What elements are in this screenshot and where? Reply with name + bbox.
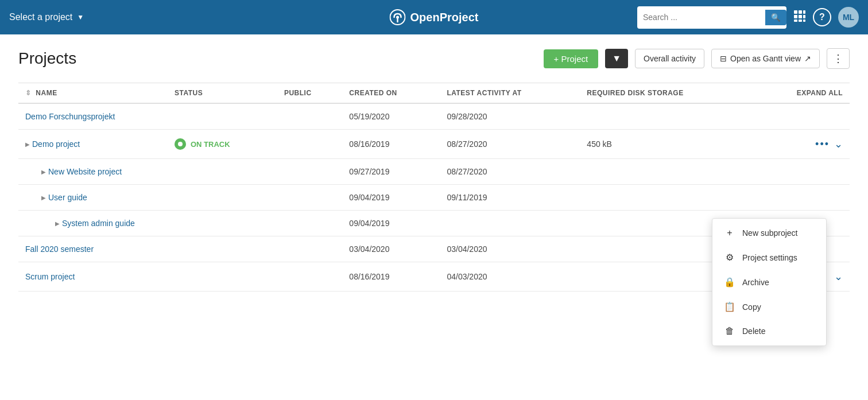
project-public-cell — [277, 185, 342, 211]
select-project-dropdown[interactable]: Select a project ▼ — [9, 12, 84, 22]
row-actions: •••⌄ — [762, 138, 843, 150]
project-created-on-cell: 09/04/2019 — [342, 211, 440, 236]
project-created-on-cell: 08/16/2019 — [342, 130, 440, 159]
col-expand-all[interactable]: EXPAND ALL — [755, 83, 850, 104]
project-name-cell: Scrum project — [18, 262, 168, 292]
project-public-cell — [277, 236, 342, 262]
svg-rect-9 — [799, 20, 802, 22]
external-link-icon: ↗ — [804, 54, 811, 63]
project-name-cell: ▶User guide — [18, 185, 168, 211]
expand-arrow-icon[interactable]: ▶ — [41, 195, 46, 201]
svg-rect-8 — [794, 20, 797, 22]
project-created-on-cell: 08/16/2019 — [342, 262, 440, 292]
project-name-link[interactable]: Scrum project — [25, 272, 75, 281]
user-initials: ML — [843, 13, 854, 22]
row-chevron-down-button[interactable]: ⌄ — [834, 138, 843, 150]
project-latest-activity-cell: 09/28/2020 — [440, 103, 580, 130]
project-settings-icon: ⚙ — [724, 252, 735, 263]
project-latest-activity-cell — [440, 211, 580, 236]
name-cell-container: ▶User guide — [41, 193, 161, 202]
project-actions-cell — [755, 185, 850, 211]
project-disk-storage-cell: 450 kB — [580, 130, 754, 159]
help-icon: ? — [819, 12, 825, 22]
svg-rect-3 — [799, 10, 802, 14]
project-created-on-cell: 05/19/2020 — [342, 103, 440, 130]
project-latest-activity-cell: 08/27/2020 — [440, 159, 580, 185]
svg-rect-7 — [803, 15, 805, 18]
table-row: ▶User guide09/04/201909/11/2019 — [18, 185, 850, 211]
context-menu-item-project-settings[interactable]: ⚙ Project settings — [712, 245, 826, 270]
openproject-logo-icon — [390, 9, 406, 25]
project-public-cell — [277, 103, 342, 130]
context-menu-label-archive: Archive — [742, 278, 769, 287]
page-title: Projects — [18, 49, 537, 68]
project-status-cell — [168, 185, 277, 211]
col-public[interactable]: PUBLIC — [277, 83, 342, 104]
search-box: 🔍 — [637, 6, 786, 29]
col-latest-activity[interactable]: LATEST ACTIVITY AT — [440, 83, 580, 104]
project-status-cell — [168, 159, 277, 185]
project-actions-cell — [755, 103, 850, 130]
col-status[interactable]: STATUS — [168, 83, 277, 104]
gantt-icon: ⊟ — [720, 54, 727, 63]
project-name-link[interactable]: Fall 2020 semester — [25, 244, 94, 254]
context-menu-item-delete[interactable]: 🗑 Delete — [712, 319, 826, 343]
projects-header: Projects + Project ▼ Overall activity ⊟ … — [18, 48, 850, 69]
context-menu: + New subproject ⚙ Project settings 🔒 Ar… — [712, 218, 827, 346]
col-disk-storage[interactable]: REQUIRED DISK STORAGE — [580, 83, 754, 104]
overall-activity-label: Overall activity — [644, 54, 696, 63]
project-status-cell: ON TRACK — [168, 130, 277, 159]
row-context-menu-button[interactable]: ••• — [815, 138, 830, 150]
context-menu-item-archive[interactable]: 🔒 Archive — [712, 270, 826, 294]
project-name-link[interactable]: Demo Forschungsprojekt — [25, 112, 115, 121]
project-actions-cell — [755, 159, 850, 185]
project-created-on-cell: 03/04/2020 — [342, 236, 440, 262]
modules-grid-button[interactable] — [793, 10, 806, 25]
svg-rect-5 — [794, 15, 797, 18]
archive-icon: 🔒 — [724, 277, 735, 288]
col-name[interactable]: ⇕ NAME — [18, 83, 168, 104]
status-badge: ON TRACK — [175, 138, 270, 150]
name-cell-container: ▶Demo project — [25, 139, 161, 149]
expand-arrow-icon[interactable]: ▶ — [25, 141, 30, 147]
project-name-cell: ▶System admin guide — [18, 211, 168, 236]
more-options-button[interactable]: ⋮ — [827, 48, 850, 69]
new-subproject-icon: + — [724, 228, 735, 238]
project-public-cell — [277, 262, 342, 292]
name-cell-container: Scrum project — [25, 272, 161, 281]
context-menu-label-project-settings: Project settings — [742, 253, 797, 262]
project-status-cell — [168, 211, 277, 236]
project-status-cell — [168, 262, 277, 292]
row-chevron-down-button[interactable]: ⌄ — [834, 270, 843, 283]
project-name-link[interactable]: New Website project — [48, 167, 122, 176]
expand-arrow-icon[interactable]: ▶ — [41, 169, 46, 175]
open-gantt-button[interactable]: ⊟ Open as Gantt view ↗ — [711, 49, 820, 68]
user-avatar-button[interactable]: ML — [838, 7, 859, 28]
search-button[interactable]: 🔍 — [765, 10, 786, 25]
svg-rect-2 — [794, 10, 797, 14]
project-name-link[interactable]: User guide — [48, 193, 87, 202]
help-button[interactable]: ? — [813, 8, 831, 26]
name-cell-container: ▶New Website project — [41, 167, 161, 176]
project-name-link[interactable]: Demo project — [32, 139, 80, 149]
search-input[interactable] — [643, 13, 762, 22]
overall-activity-button[interactable]: Overall activity — [635, 49, 704, 68]
project-disk-storage-cell — [580, 103, 754, 130]
search-icon: 🔍 — [771, 13, 781, 22]
project-name-cell: ▶New Website project — [18, 159, 168, 185]
add-project-button[interactable]: + Project — [544, 49, 599, 68]
project-name-cell: Demo Forschungsprojekt — [18, 103, 168, 130]
table-row: ▶Demo projectON TRACK08/16/201908/27/202… — [18, 130, 850, 159]
expand-arrow-icon[interactable]: ▶ — [55, 220, 60, 227]
context-menu-item-copy[interactable]: 📋 Copy — [712, 294, 826, 319]
project-latest-activity-cell: 03/04/2020 — [440, 236, 580, 262]
context-menu-label-new-subproject: New subproject — [742, 228, 798, 238]
project-name-cell: ▶Demo project — [18, 130, 168, 159]
context-menu-item-new-subproject[interactable]: + New subproject — [712, 221, 826, 245]
name-cell-container: Demo Forschungsprojekt — [25, 112, 161, 121]
filter-button[interactable]: ▼ — [605, 49, 628, 68]
svg-point-1 — [396, 16, 399, 19]
project-name-link[interactable]: System admin guide — [62, 219, 135, 228]
col-created-on[interactable]: CREATED ON — [342, 83, 440, 104]
project-latest-activity-cell: 09/11/2019 — [440, 185, 580, 211]
